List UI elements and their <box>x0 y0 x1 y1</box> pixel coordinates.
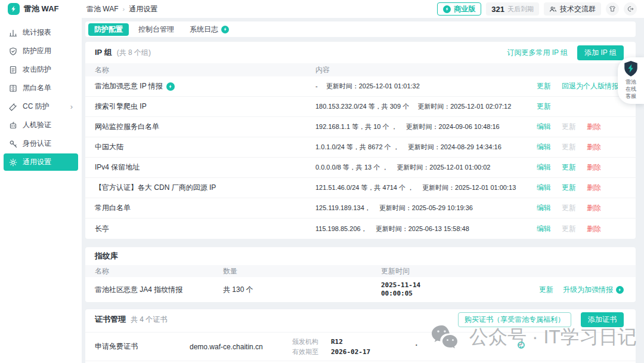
ip-group-name: 长亭 <box>95 224 109 234</box>
column-name: 名称 <box>95 266 223 276</box>
ip-group-updated: 更新时间：2025-06-13 15:58:48 <box>376 225 469 232</box>
main-content: 防护配置控制台管理系统日志 IP 组 (共 8 个组) 订阅更多常用 IP 组 … <box>82 18 644 363</box>
action-update[interactable]: 更新 <box>562 122 576 132</box>
shield-icon <box>9 47 17 56</box>
sidebar-item-lists[interactable]: 黑白名单 <box>4 79 78 97</box>
safeline-bolt-icon <box>443 5 451 13</box>
pro-badge-icon <box>166 82 175 91</box>
ip-group-row: 中国大陆1.0.1.0/24 等，共 8672 个 ，更新时间：2024-08-… <box>85 137 636 158</box>
key-icon <box>9 140 17 148</box>
ip-group-content: 125.119.189.134，更新时间：2025-05-29 10:19:36 <box>315 204 537 213</box>
community-button[interactable]: 技术交流群 <box>544 2 601 16</box>
ip-group-name: 网站监控服务白名单 <box>95 122 159 132</box>
tab-protection[interactable]: 防护配置 <box>88 23 129 36</box>
certificates-card: 证书管理 共 4 个证书 购买证书（享受雷池专属福利） 添加证书 申请免费证书 … <box>85 309 636 363</box>
pro-badge-icon <box>221 26 229 33</box>
action-delete[interactable]: 删除 <box>587 183 601 193</box>
action-update[interactable]: 更新 <box>562 203 576 213</box>
action-delete[interactable]: 删除 <box>587 162 601 173</box>
fingerprint-card: 指纹库 名称 数量 更新时间 雷池社区恶意 JA4 指纹情报 共 130 个 2… <box>85 247 636 302</box>
sidebar-item-label: 人机验证 <box>23 120 51 130</box>
action-update[interactable]: 更新 <box>562 183 576 193</box>
top-right-controls: 商业版 321 天后到期 技术交流群 <box>437 2 644 16</box>
action-delete[interactable]: 删除 <box>587 142 601 152</box>
action-update[interactable]: 更新 <box>537 101 551 112</box>
ip-group-row: 长亭115.198.85.206，更新时间：2025-06-13 15:58:4… <box>85 219 636 239</box>
sidebar-item-apps[interactable]: 防护应用 <box>4 42 78 60</box>
ip-group-content: 121.51.46.0/24 等，共 4714 个 ，更新时间：2025-12-… <box>315 183 537 192</box>
sidebar-item-label: 黑白名单 <box>23 83 51 93</box>
file-icon <box>9 66 17 74</box>
customer-service-label: 雷池在线客服 <box>618 78 644 100</box>
ip-group-name: 雷池加强恶意 IP 情报 <box>95 81 163 91</box>
tab-console[interactable]: 控制台管理 <box>132 23 180 36</box>
action-update[interactable]: 更新 <box>562 162 576 173</box>
sidebar-item-label: 统计报表 <box>23 27 51 38</box>
breadcrumb-current: 通用设置 <box>129 4 157 14</box>
column-content: 内容 <box>315 65 537 75</box>
chevron-right-icon: › <box>70 102 73 111</box>
action-update[interactable]: 更新 <box>539 285 553 295</box>
tab-syslog[interactable]: 系统日志 <box>184 23 235 36</box>
column-count: 数量 <box>223 266 381 276</box>
ip-group-updated: 更新时间：2024-09-06 10:48:16 <box>406 123 500 130</box>
ip-group-updated: 更新时间：2025-12-01 01:00:02 <box>397 164 490 171</box>
action-update[interactable]: 更新 <box>562 224 576 234</box>
certificate-field-values: R12 2026-02-17 · <box>331 337 624 357</box>
wrench-icon <box>9 103 17 111</box>
action-edit[interactable]: 编辑 <box>537 142 551 152</box>
logout-button[interactable] <box>624 2 637 16</box>
theme-shirt-button[interactable] <box>606 2 619 16</box>
action-update[interactable]: 更新 <box>562 142 576 152</box>
tab-label: 防护配置 <box>94 24 123 35</box>
column-updated: 更新时间 <box>381 266 504 276</box>
ip-groups-table-header: 名称 内容 <box>85 63 636 76</box>
action-edit[interactable]: 编辑 <box>537 122 551 132</box>
sidebar-item-captcha[interactable]: 人机验证 <box>4 116 78 134</box>
action-edit[interactable]: 编辑 <box>537 203 551 213</box>
ip-group-name: 搜索引擎爬虫 IP <box>95 101 147 112</box>
list-icon <box>9 84 17 93</box>
t-shirt-icon <box>609 5 616 13</box>
sidebar-item-auth[interactable]: 身份认证 <box>4 135 78 152</box>
ip-group-content: 1.0.1.0/24 等，共 8672 个 ，更新时间：2024-08-29 1… <box>315 143 537 152</box>
action-edit[interactable]: 编辑 <box>537 162 551 173</box>
sidebar-item-attack[interactable]: 攻击防护 <box>4 61 78 78</box>
logout-icon <box>627 5 634 13</box>
people-icon <box>549 5 557 13</box>
sidebar-item-stats[interactable]: 统计报表 <box>4 24 78 41</box>
action-upgrade[interactable]: 升级为加强情报 <box>563 285 624 295</box>
action-delete[interactable]: 删除 <box>587 224 601 234</box>
sidebar-item-cc[interactable]: CC 防护› <box>4 98 78 115</box>
action-edit[interactable]: 编辑 <box>537 224 551 234</box>
action-update[interactable]: 更新 <box>537 81 551 91</box>
fingerprint-title: 指纹库 <box>95 251 118 262</box>
subscribe-ip-groups-link[interactable]: 订阅更多常用 IP 组 <box>507 48 568 58</box>
ip-group-name: 【官方认证】各大 CDN 厂商的回源 IP <box>95 183 216 193</box>
license-expiry-badge: 321 天后到期 <box>486 2 539 16</box>
top-bar: 雷池 WAF 雷池 WAF › 通用设置 商业版 321 天后到期 技术交流群 <box>0 0 644 18</box>
certificate-row-partial: 颁发机构 <box>85 361 636 363</box>
sidebar-item-settings[interactable]: 通用设置 <box>4 153 78 171</box>
add-ip-group-button[interactable]: 添加 IP 组 <box>577 45 624 60</box>
ip-groups-title: IP 组 <box>95 47 112 58</box>
ip-group-content: 192.168.1.1 等，共 10 个 ，更新时间：2024-09-06 10… <box>315 122 537 131</box>
robot-icon <box>9 121 17 130</box>
pro-badge-icon <box>616 286 624 294</box>
action-rollback[interactable]: 回退为个人版情报 <box>562 81 619 91</box>
buy-certificate-button[interactable]: 购买证书（享受雷池专属福利） <box>458 312 571 327</box>
fingerprint-updated: 2025-11-14 00:00:05 <box>381 281 504 298</box>
sidebar-item-label: 防护应用 <box>23 46 51 56</box>
ip-group-row: 常用白名单125.119.189.134，更新时间：2025-05-29 10:… <box>85 198 636 219</box>
sidebar-item-label: 攻击防护 <box>23 64 51 75</box>
breadcrumb-root[interactable]: 雷池 WAF <box>86 4 119 14</box>
edition-badge[interactable]: 商业版 <box>437 2 481 16</box>
action-edit[interactable]: 编辑 <box>537 183 551 193</box>
ip-group-name: 常用白名单 <box>95 203 131 213</box>
ip-groups-count: (共 8 个组) <box>117 48 151 58</box>
customer-service-widget[interactable]: 雷池在线客服 <box>618 57 644 104</box>
action-delete[interactable]: 删除 <box>587 122 601 132</box>
add-certificate-button[interactable]: 添加证书 <box>581 312 624 327</box>
ip-group-updated: 更新时间：2025-12-01 01:01:32 <box>326 82 420 90</box>
action-delete[interactable]: 删除 <box>587 203 601 213</box>
